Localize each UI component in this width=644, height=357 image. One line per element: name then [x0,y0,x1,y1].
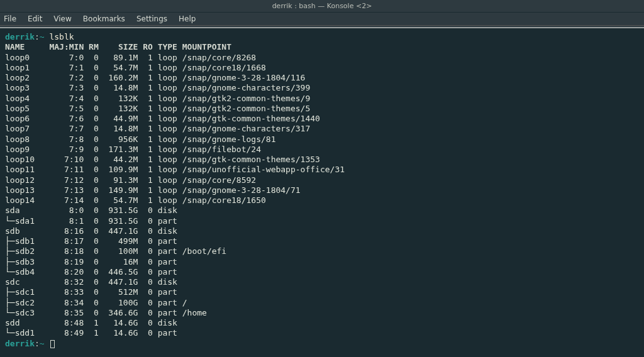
lsblk-row: loop3 7:3 0 14.8M 1 loop /snap/gnome-cha… [5,83,639,93]
lsblk-row: loop11 7:11 0 109.9M 1 loop /snap/unoffi… [5,165,639,175]
lsblk-row: loop14 7:14 0 54.7M 1 loop /snap/core18/… [5,195,639,206]
prompt-sep: : [35,339,40,348]
prompt-host: derrik [5,32,35,41]
lsblk-row: ├─sdc2 8:34 0 100G 0 part / [5,298,639,308]
lsblk-row: ├─sdb1 8:17 0 499M 0 part [5,236,639,246]
menubar: File Edit View Bookmarks Settings Help [0,13,644,26]
lsblk-row: sdb 8:16 0 447.1G 0 disk [5,226,639,236]
lsblk-row: loop1 7:1 0 54.7M 1 loop /snap/core18/16… [5,63,639,73]
lsblk-row: └─sda1 8:1 0 931.5G 0 part [5,216,639,226]
menu-file[interactable]: File [4,14,16,23]
window-titlebar: derrik : bash — Konsole <2> [0,0,644,13]
lsblk-row: loop10 7:10 0 44.2M 1 loop /snap/gtk-com… [5,155,639,165]
lsblk-row: └─sdb4 8:20 0 446.5G 0 part [5,267,639,277]
prompt-sep: : [35,32,40,41]
lsblk-row: loop9 7:9 0 171.3M 1 loop /snap/filebot/… [5,145,639,155]
lsblk-row: ├─sdb3 8:19 0 16M 0 part [5,257,639,267]
lsblk-row: ├─sdc1 8:33 0 512M 0 part [5,287,639,297]
lsblk-row: loop7 7:7 0 14.8M 1 loop /snap/gnome-cha… [5,124,639,134]
prompt-path: ~ [40,32,50,41]
lsblk-row: loop8 7:8 0 956K 1 loop /snap/gnome-logs… [5,135,639,145]
prompt-host: derrik [5,339,35,348]
command-text: lsblk [49,32,74,41]
lsblk-row: loop0 7:0 0 89.1M 1 loop /snap/core/8268 [5,53,639,63]
lsblk-row: loop5 7:5 0 132K 1 loop /snap/gtk2-commo… [5,104,639,114]
terminal-output[interactable]: derrik:~ lsblkNAME MAJ:MIN RM SIZE RO TY… [0,28,644,353]
lsblk-row: ├─sdb2 8:18 0 100M 0 part /boot/efi [5,246,639,256]
lsblk-row: └─sdc3 8:35 0 346.6G 0 part /home [5,308,639,318]
lsblk-row: loop4 7:4 0 132K 1 loop /snap/gtk2-commo… [5,94,639,104]
prompt-idle: derrik:~ [5,339,639,349]
menu-bookmarks[interactable]: Bookmarks [83,14,125,23]
menu-settings[interactable]: Settings [136,14,167,23]
menu-edit[interactable]: Edit [28,14,42,23]
lsblk-row: loop6 7:6 0 44.9M 1 loop /snap/gtk-commo… [5,114,639,124]
lsblk-header: NAME MAJ:MIN RM SIZE RO TYPE MOUNTPOINT [5,42,639,52]
window-title: derrik : bash — Konsole <2> [272,2,372,10]
prompt-line: derrik:~ lsblk [5,32,639,42]
prompt-path: ~ [40,339,50,348]
lsblk-row: sdc 8:32 0 447.1G 0 disk [5,277,639,287]
lsblk-row: └─sdd1 8:49 1 14.6G 0 part [5,328,639,338]
lsblk-row: sdd 8:48 1 14.6G 0 disk [5,318,639,328]
lsblk-row: loop13 7:13 0 149.9M 1 loop /snap/gnome-… [5,185,639,195]
menu-help[interactable]: Help [179,14,196,23]
lsblk-row: sda 8:0 0 931.5G 0 disk [5,206,639,216]
cursor-icon [50,340,55,348]
lsblk-row: loop2 7:2 0 160.2M 1 loop /snap/gnome-3-… [5,73,639,83]
lsblk-row: loop12 7:12 0 91.3M 1 loop /snap/core/85… [5,175,639,185]
menu-view[interactable]: View [53,14,71,23]
